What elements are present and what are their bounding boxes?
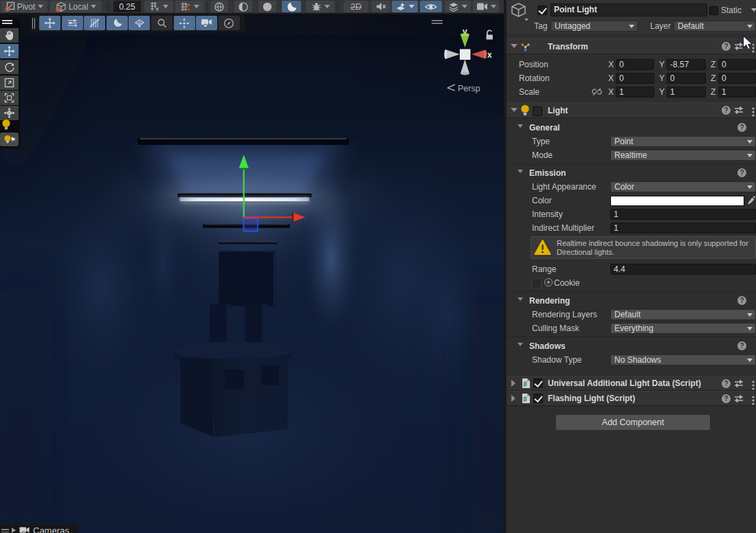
svg-text:#: # [523, 381, 527, 388]
svg-text:Persp: Persp [458, 84, 480, 93]
svg-text:#: # [523, 396, 527, 403]
svg-text:Y: Y [155, 6, 159, 12]
svg-text:x: x [487, 50, 492, 60]
